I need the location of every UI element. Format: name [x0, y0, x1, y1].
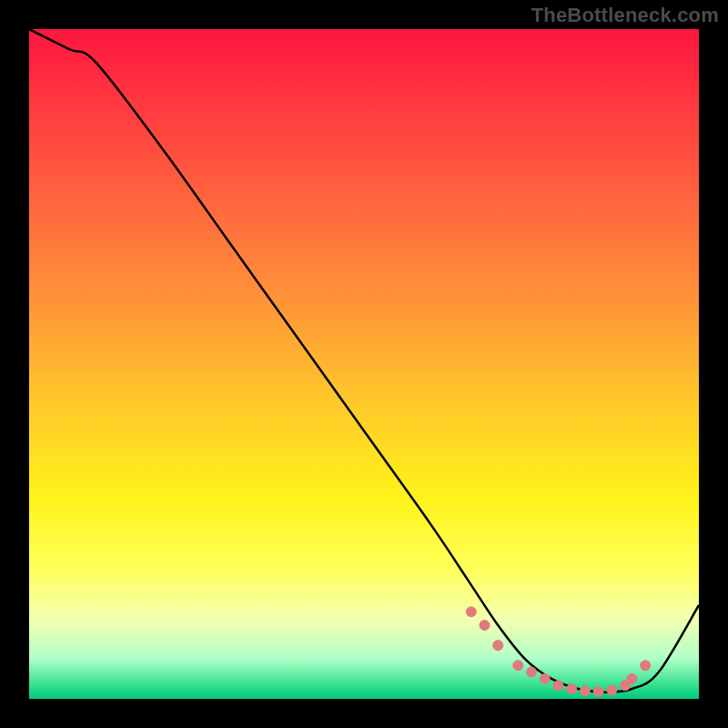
- marker-dot: [466, 607, 476, 617]
- curve-path: [29, 29, 699, 693]
- marker-dot: [607, 685, 617, 695]
- marker-dot: [480, 621, 490, 631]
- marker-dot: [627, 673, 637, 683]
- marker-dot: [580, 686, 590, 696]
- plot-area: [29, 29, 699, 699]
- marker-dot: [513, 661, 523, 671]
- marker-dot: [641, 661, 651, 671]
- watermark-text: TheBottleneck.com: [531, 4, 719, 27]
- marker-dot: [493, 641, 503, 651]
- marker-dot: [593, 686, 603, 696]
- marker-dot: [540, 673, 550, 683]
- marker-dot: [527, 667, 537, 677]
- chart-frame: TheBottleneck.com: [0, 0, 728, 728]
- marker-dot: [553, 681, 563, 691]
- curve-svg: [29, 29, 699, 699]
- marker-dot: [567, 683, 577, 693]
